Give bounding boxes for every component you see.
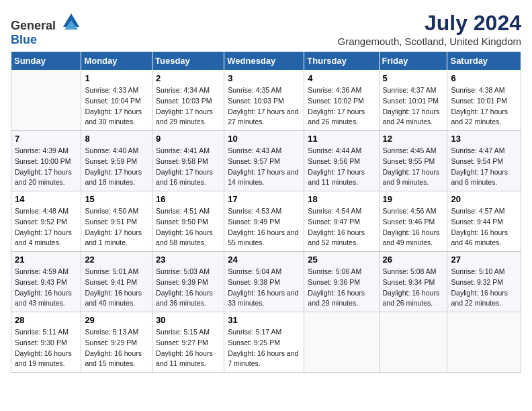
calendar-cell-w0-d1: 1Sunrise: 4:33 AMSunset: 10:04 PMDayligh… [81, 71, 152, 131]
calendar-cell-w1-d5: 12Sunrise: 4:45 AMSunset: 9:55 PMDayligh… [379, 131, 447, 191]
day-number: 29 [85, 315, 148, 325]
day-info: Sunrise: 5:10 AMSunset: 9:32 PMDaylight:… [451, 267, 517, 309]
day-number: 2 [156, 73, 220, 83]
calendar-cell-w2-d0: 14Sunrise: 4:48 AMSunset: 9:52 PMDayligh… [11, 191, 81, 252]
header-sunday: Sunday [11, 52, 81, 71]
day-number: 3 [228, 73, 300, 83]
day-number: 4 [308, 73, 375, 83]
day-info: Sunrise: 5:13 AMSunset: 9:29 PMDaylight:… [85, 327, 148, 369]
logo-icon [60, 11, 82, 30]
day-number: 31 [228, 315, 300, 325]
day-info: Sunrise: 4:37 AMSunset: 10:01 PMDaylight… [383, 85, 444, 128]
day-info: Sunrise: 4:34 AMSunset: 10:03 PMDaylight… [156, 85, 220, 128]
calendar-week-0: 1Sunrise: 4:33 AMSunset: 10:04 PMDayligh… [11, 71, 521, 131]
day-info: Sunrise: 4:57 AMSunset: 9:44 PMDaylight:… [451, 206, 517, 248]
day-info: Sunrise: 4:54 AMSunset: 9:47 PMDaylight:… [308, 206, 375, 248]
day-number: 22 [85, 255, 148, 265]
day-number: 28 [15, 315, 77, 325]
day-number: 21 [15, 255, 77, 265]
day-number: 7 [15, 134, 77, 144]
header-friday: Friday [379, 52, 447, 71]
calendar-cell-w4-d3: 31Sunrise: 5:17 AMSunset: 9:25 PMDayligh… [224, 312, 304, 373]
header-wednesday: Wednesday [224, 52, 304, 71]
day-info: Sunrise: 4:59 AMSunset: 9:43 PMDaylight:… [15, 267, 77, 309]
day-info: Sunrise: 4:41 AMSunset: 9:58 PMDaylight:… [156, 146, 220, 188]
calendar-cell-w2-d1: 15Sunrise: 4:50 AMSunset: 9:51 PMDayligh… [81, 191, 152, 252]
calendar-cell-w0-d0 [11, 71, 81, 131]
calendar-header: Sunday Monday Tuesday Wednesday Thursday… [11, 52, 521, 71]
day-number: 9 [156, 134, 220, 144]
calendar-cell-w1-d6: 13Sunrise: 4:47 AMSunset: 9:54 PMDayligh… [447, 131, 521, 191]
day-info: Sunrise: 4:38 AMSunset: 10:01 PMDaylight… [451, 85, 517, 128]
calendar-cell-w3-d5: 26Sunrise: 5:08 AMSunset: 9:34 PMDayligh… [379, 252, 447, 312]
day-info: Sunrise: 5:15 AMSunset: 9:27 PMDaylight:… [156, 327, 220, 369]
day-info: Sunrise: 5:01 AMSunset: 9:41 PMDaylight:… [85, 267, 148, 309]
calendar-cell-w1-d1: 8Sunrise: 4:40 AMSunset: 9:59 PMDaylight… [81, 131, 152, 191]
calendar-week-4: 28Sunrise: 5:11 AMSunset: 9:30 PMDayligh… [11, 312, 521, 373]
day-info: Sunrise: 4:36 AMSunset: 10:02 PMDaylight… [308, 85, 375, 128]
day-number: 25 [308, 255, 375, 265]
day-info: Sunrise: 4:35 AMSunset: 10:03 PMDaylight… [228, 85, 300, 128]
day-number: 30 [156, 315, 220, 325]
day-info: Sunrise: 4:53 AMSunset: 9:49 PMDaylight:… [228, 206, 300, 248]
day-info: Sunrise: 4:47 AMSunset: 9:54 PMDaylight:… [451, 146, 517, 188]
calendar-cell-w3-d1: 22Sunrise: 5:01 AMSunset: 9:41 PMDayligh… [81, 252, 152, 312]
calendar-cell-w4-d2: 30Sunrise: 5:15 AMSunset: 9:27 PMDayligh… [152, 312, 224, 373]
day-number: 10 [228, 134, 300, 144]
day-number: 27 [451, 255, 517, 265]
calendar-cell-w3-d3: 24Sunrise: 5:04 AMSunset: 9:38 PMDayligh… [224, 252, 304, 312]
title-block: July 2024 Grangemouth, Scotland, United … [338, 11, 522, 47]
day-number: 13 [451, 134, 517, 144]
day-info: Sunrise: 4:50 AMSunset: 9:51 PMDaylight:… [85, 206, 148, 248]
calendar-cell-w1-d2: 9Sunrise: 4:41 AMSunset: 9:58 PMDaylight… [152, 131, 224, 191]
logo: General Blue [11, 11, 82, 47]
day-info: Sunrise: 4:45 AMSunset: 9:55 PMDaylight:… [383, 146, 444, 188]
header-monday: Monday [81, 52, 152, 71]
calendar-cell-w1-d3: 10Sunrise: 4:43 AMSunset: 9:57 PMDayligh… [224, 131, 304, 191]
calendar-cell-w2-d6: 20Sunrise: 4:57 AMSunset: 9:44 PMDayligh… [447, 191, 521, 252]
day-info: Sunrise: 4:39 AMSunset: 10:00 PMDaylight… [15, 146, 77, 188]
day-number: 23 [156, 255, 220, 265]
day-number: 20 [451, 194, 517, 204]
day-info: Sunrise: 4:44 AMSunset: 9:56 PMDaylight:… [308, 146, 375, 188]
calendar-week-1: 7Sunrise: 4:39 AMSunset: 10:00 PMDayligh… [11, 131, 521, 191]
day-number: 24 [228, 255, 300, 265]
header-saturday: Saturday [447, 52, 521, 71]
calendar-cell-w1-d4: 11Sunrise: 4:44 AMSunset: 9:56 PMDayligh… [304, 131, 379, 191]
calendar-cell-w4-d6 [447, 312, 521, 373]
day-info: Sunrise: 5:11 AMSunset: 9:30 PMDaylight:… [15, 327, 77, 369]
day-info: Sunrise: 4:51 AMSunset: 9:50 PMDaylight:… [156, 206, 220, 248]
calendar-cell-w3-d2: 23Sunrise: 5:03 AMSunset: 9:39 PMDayligh… [152, 252, 224, 312]
day-number: 8 [85, 134, 148, 144]
logo-blue: Blue [11, 33, 37, 46]
calendar-cell-w0-d3: 3Sunrise: 4:35 AMSunset: 10:03 PMDayligh… [224, 71, 304, 131]
day-number: 14 [15, 194, 77, 204]
calendar-cell-w2-d2: 16Sunrise: 4:51 AMSunset: 9:50 PMDayligh… [152, 191, 224, 252]
calendar-cell-w2-d3: 17Sunrise: 4:53 AMSunset: 9:49 PMDayligh… [224, 191, 304, 252]
day-number: 15 [85, 194, 148, 204]
day-number: 1 [85, 73, 148, 83]
calendar-cell-w1-d0: 7Sunrise: 4:39 AMSunset: 10:00 PMDayligh… [11, 131, 81, 191]
day-number: 16 [156, 194, 220, 204]
day-info: Sunrise: 4:33 AMSunset: 10:04 PMDaylight… [85, 85, 148, 128]
day-info: Sunrise: 4:48 AMSunset: 9:52 PMDaylight:… [15, 206, 77, 248]
header-tuesday: Tuesday [152, 52, 224, 71]
day-number: 12 [383, 134, 444, 144]
calendar-cell-w3-d6: 27Sunrise: 5:10 AMSunset: 9:32 PMDayligh… [447, 252, 521, 312]
day-info: Sunrise: 5:06 AMSunset: 9:36 PMDaylight:… [308, 267, 375, 309]
calendar-body: 1Sunrise: 4:33 AMSunset: 10:04 PMDayligh… [11, 71, 521, 373]
day-info: Sunrise: 4:56 AMSunset: 9:46 PMDaylight:… [383, 206, 444, 248]
day-info: Sunrise: 4:43 AMSunset: 9:57 PMDaylight:… [228, 146, 300, 188]
calendar-week-3: 21Sunrise: 4:59 AMSunset: 9:43 PMDayligh… [11, 252, 521, 312]
month-title: July 2024 [338, 11, 522, 36]
day-number: 5 [383, 73, 444, 83]
calendar-cell-w3-d4: 25Sunrise: 5:06 AMSunset: 9:36 PMDayligh… [304, 252, 379, 312]
calendar-cell-w4-d1: 29Sunrise: 5:13 AMSunset: 9:29 PMDayligh… [81, 312, 152, 373]
day-number: 11 [308, 134, 375, 144]
day-info: Sunrise: 4:40 AMSunset: 9:59 PMDaylight:… [85, 146, 148, 188]
calendar-cell-w4-d0: 28Sunrise: 5:11 AMSunset: 9:30 PMDayligh… [11, 312, 81, 373]
day-number: 19 [383, 194, 444, 204]
day-info: Sunrise: 5:04 AMSunset: 9:38 PMDaylight:… [228, 267, 300, 309]
day-number: 26 [383, 255, 444, 265]
header-row: Sunday Monday Tuesday Wednesday Thursday… [11, 52, 521, 71]
